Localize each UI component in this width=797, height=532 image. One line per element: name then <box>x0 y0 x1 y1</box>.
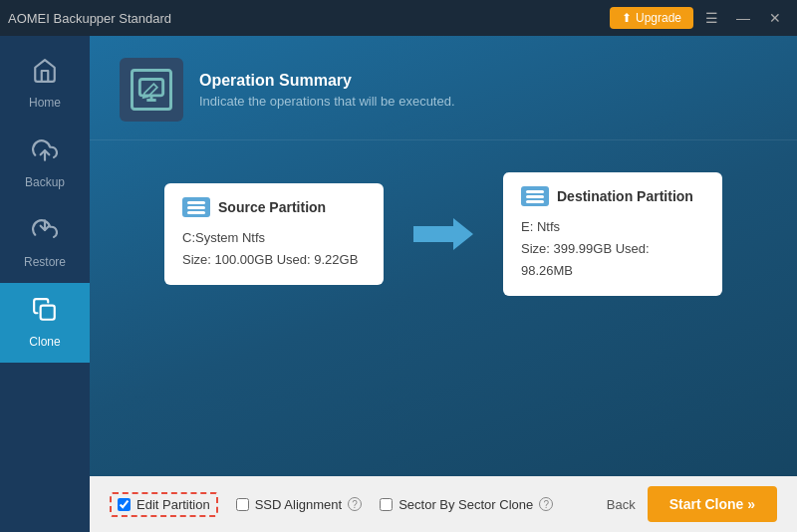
op-title: Operation Summary <box>199 72 455 90</box>
operation-summary: Operation Summary Indicate the operation… <box>90 36 797 140</box>
clone-arrow <box>413 216 473 252</box>
source-line2: Size: 100.00GB Used: 9.22GB <box>182 249 366 271</box>
source-partition-header: Source Partition <box>182 197 366 217</box>
back-button[interactable]: Back <box>607 497 636 512</box>
op-subtitle: Indicate the operations that will be exe… <box>199 94 455 109</box>
ssd-help-icon[interactable]: ? <box>348 497 362 511</box>
sector-by-sector-label[interactable]: Sector By Sector Clone ? <box>380 497 553 512</box>
ssd-alignment-label[interactable]: SSD Alignment ? <box>236 497 362 512</box>
destination-partition-header: Destination Partition <box>521 186 704 206</box>
upgrade-button[interactable]: ⬆ Upgrade <box>610 7 693 29</box>
ssd-alignment-text: SSD Alignment <box>255 497 342 512</box>
svg-marker-6 <box>413 218 473 250</box>
ssd-alignment-checkbox[interactable] <box>236 498 249 511</box>
restore-icon <box>32 217 58 249</box>
op-icon-box <box>120 58 183 122</box>
spacer <box>90 329 797 477</box>
destination-line2: Size: 399.99GB Used: 98.26MB <box>521 238 704 282</box>
sidebar-item-clone[interactable]: Clone <box>0 283 90 363</box>
app-title: AOMEI Backupper Standard <box>8 11 171 26</box>
destination-partition-box: Destination Partition E: Ntfs Size: 399.… <box>503 172 722 296</box>
edit-partition-checkbox[interactable] <box>118 498 131 511</box>
op-text: Operation Summary Indicate the operation… <box>199 72 455 109</box>
upgrade-icon: ⬆ <box>622 11 632 25</box>
sector-by-sector-checkbox[interactable] <box>380 498 393 511</box>
title-bar-controls: ⬆ Upgrade ☰ — ✕ <box>610 6 789 30</box>
sidebar-label-restore: Restore <box>24 255 66 269</box>
source-line1: C:System Ntfs <box>182 227 366 249</box>
clone-area: Source Partition C:System Ntfs Size: 100… <box>90 140 797 329</box>
sidebar-label-backup: Backup <box>25 175 65 189</box>
destination-disk-icon <box>521 186 549 206</box>
source-partition-box: Source Partition C:System Ntfs Size: 100… <box>164 183 384 285</box>
source-disk-icon <box>182 197 210 217</box>
app-body: Home Backup Restore <box>0 36 797 532</box>
op-icon-inner <box>131 69 172 111</box>
sidebar-item-restore[interactable]: Restore <box>0 203 90 283</box>
sidebar: Home Backup Restore <box>0 36 90 532</box>
destination-partition-info: E: Ntfs Size: 399.99GB Used: 98.26MB <box>521 216 704 282</box>
backup-icon <box>32 137 58 169</box>
bottom-right: Back Start Clone » <box>607 486 777 522</box>
edit-partition-wrapper: Edit Partition <box>110 492 218 517</box>
sector-by-sector-text: Sector By Sector Clone <box>398 497 533 512</box>
close-button[interactable]: ✕ <box>761 6 789 30</box>
sector-help-icon[interactable]: ? <box>539 497 553 511</box>
svg-rect-2 <box>41 306 55 320</box>
bottom-bar: Edit Partition SSD Alignment ? Sector By… <box>90 476 797 532</box>
sidebar-item-backup[interactable]: Backup <box>0 124 90 203</box>
destination-partition-label: Destination Partition <box>557 188 693 204</box>
edit-partition-label: Edit Partition <box>136 497 210 512</box>
sidebar-item-home[interactable]: Home <box>0 44 90 124</box>
bottom-left: Edit Partition SSD Alignment ? Sector By… <box>110 492 553 517</box>
start-clone-button[interactable]: Start Clone » <box>648 486 777 522</box>
clone-icon <box>32 297 58 329</box>
destination-line1: E: Ntfs <box>521 216 704 238</box>
main-content: Operation Summary Indicate the operation… <box>90 36 797 532</box>
sidebar-label-home: Home <box>29 96 61 110</box>
home-icon <box>32 58 58 90</box>
sidebar-label-clone: Clone <box>29 335 60 349</box>
source-partition-info: C:System Ntfs Size: 100.00GB Used: 9.22G… <box>182 227 366 271</box>
title-bar: AOMEI Backupper Standard ⬆ Upgrade ☰ — ✕ <box>0 0 797 36</box>
minimize-button[interactable]: — <box>729 6 757 30</box>
edit-partition-checkbox-label[interactable]: Edit Partition <box>118 497 210 512</box>
source-partition-label: Source Partition <box>218 199 326 215</box>
menu-button[interactable]: ☰ <box>697 6 725 30</box>
